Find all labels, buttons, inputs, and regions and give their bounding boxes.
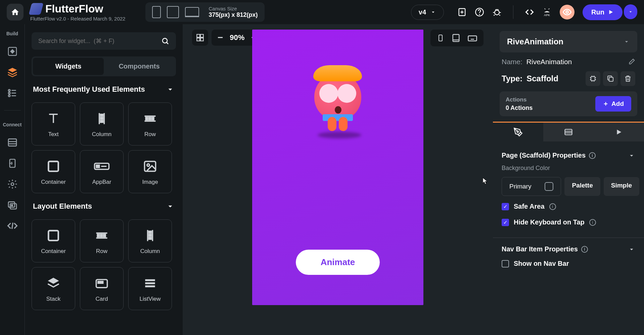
sidebar-widget-tree-icon[interactable] — [7, 46, 18, 57]
sidebar-layers-icon[interactable] — [7, 67, 18, 78]
widget-column-2[interactable]: Column — [128, 219, 172, 262]
tab-components[interactable]: Components — [104, 58, 175, 75]
svg-rect-69 — [468, 36, 477, 41]
run-more-button[interactable] — [624, 4, 637, 19]
phone-device-icon[interactable] — [152, 6, 161, 18]
canvas[interactable]: − 90% + Animate — [183, 24, 493, 335]
search-input[interactable] — [38, 38, 161, 45]
section-frequently-used[interactable]: Most Frequently Used Elements — [32, 83, 176, 96]
info-icon[interactable]: i — [549, 203, 556, 210]
svg-rect-34 — [100, 121, 103, 123]
add-page-icon[interactable] — [457, 7, 467, 17]
svg-rect-49 — [97, 234, 99, 237]
palette-button[interactable]: Palette — [564, 177, 600, 196]
widget-row-2[interactable]: Row — [80, 219, 124, 262]
sidebar-database-icon[interactable] — [7, 137, 18, 148]
phone-view-icon[interactable] — [436, 33, 445, 43]
widget-image[interactable]: Image — [128, 150, 172, 193]
svg-rect-67 — [453, 35, 459, 42]
svg-point-79 — [517, 131, 519, 133]
preview-button[interactable] — [560, 5, 574, 19]
widget-row[interactable]: Row — [128, 102, 172, 145]
svg-rect-51 — [104, 234, 106, 237]
zoom-out-button[interactable]: − — [218, 32, 223, 43]
primary-color-button[interactable]: Primary — [502, 177, 561, 196]
tab-widgets[interactable]: Widgets — [33, 58, 104, 75]
hide-keyboard-toggle[interactable]: ✓ Hide Keyboard on Tap i — [502, 217, 635, 227]
copy-button[interactable] — [603, 71, 618, 86]
property-tabs — [493, 122, 644, 141]
select-all-button[interactable] — [192, 30, 208, 46]
tablet-view-icon[interactable] — [451, 33, 461, 43]
svg-rect-23 — [10, 204, 16, 209]
tab-animation[interactable] — [594, 123, 644, 141]
sidebar-device-icon[interactable] — [7, 158, 18, 169]
svg-marker-83 — [617, 130, 622, 135]
sidebar-build-label: Build — [6, 31, 18, 36]
svg-point-11 — [8, 89, 10, 91]
sidebar-settings-icon[interactable] — [7, 178, 18, 190]
svg-rect-58 — [98, 282, 103, 284]
desktop-device-icon[interactable] — [185, 7, 199, 17]
phone-preview[interactable]: Animate — [252, 30, 423, 305]
sidebar-tree-icon[interactable] — [7, 87, 18, 99]
simple-button[interactable]: Simple — [604, 177, 639, 196]
keyboard-view-icon[interactable] — [467, 33, 477, 43]
scaffold-props-header[interactable]: Page (Scaffold) Propertiesi — [502, 152, 635, 159]
svg-point-26 — [163, 38, 167, 43]
version-dropdown[interactable]: v4 — [411, 5, 444, 20]
color-swatch — [545, 182, 553, 191]
info-icon[interactable]: i — [589, 219, 596, 226]
add-action-button[interactable]: Add — [595, 96, 631, 112]
svg-rect-64 — [197, 38, 200, 41]
chevron-down-icon — [623, 38, 630, 45]
actions-box: Actions 0 Actions Add — [500, 91, 637, 116]
eye-icon — [562, 7, 572, 17]
info-icon[interactable]: i — [589, 152, 596, 159]
chevron-down-icon — [628, 152, 635, 159]
svg-rect-55 — [149, 234, 151, 236]
svg-point-8 — [566, 11, 568, 13]
checkbox-icon: ✓ — [502, 203, 509, 210]
widget-column[interactable]: Column — [80, 102, 124, 145]
widget-card[interactable]: Card — [80, 267, 124, 310]
svg-point-12 — [8, 92, 10, 94]
run-button[interactable]: Run — [583, 4, 623, 20]
animate-button[interactable]: Animate — [296, 250, 380, 275]
show-navbar-toggle[interactable]: Show on Nav Bar — [502, 258, 635, 269]
home-button[interactable] — [7, 4, 24, 20]
element-header[interactable]: RiveAnimation — [500, 31, 637, 52]
help-icon[interactable] — [475, 7, 484, 17]
widget-container-2[interactable]: Container — [32, 219, 75, 262]
widget-listview[interactable]: ListView — [128, 267, 172, 310]
wrap-button[interactable] — [586, 71, 600, 86]
code-icon[interactable] — [525, 7, 534, 17]
widget-container[interactable]: Container — [32, 150, 75, 193]
svg-rect-80 — [565, 129, 572, 135]
svg-rect-44 — [145, 161, 156, 171]
android-icon[interactable]: APK — [542, 7, 552, 17]
svg-line-25 — [12, 223, 13, 229]
svg-rect-39 — [152, 117, 154, 120]
info-icon[interactable]: i — [581, 246, 588, 253]
tab-database[interactable] — [543, 123, 594, 141]
widget-search[interactable] — [32, 32, 176, 50]
widget-appbar[interactable]: AppBar — [80, 150, 124, 193]
tab-style[interactable] — [493, 123, 543, 141]
tablet-device-icon[interactable] — [167, 6, 179, 18]
widget-text[interactable]: Text — [32, 102, 75, 145]
section-layout[interactable]: Layout Elements — [32, 200, 176, 213]
bug-icon[interactable] — [492, 7, 502, 17]
navbar-props-header[interactable]: Nav Bar Item Propertiesi — [502, 245, 635, 253]
svg-point-6 — [546, 11, 546, 11]
type-row: Type: Scaffold — [500, 71, 637, 86]
sidebar-media-icon[interactable] — [7, 199, 18, 211]
safe-area-toggle[interactable]: ✓ Safe Area i — [502, 201, 635, 212]
canvas-size-label: Canvas Size — [209, 6, 258, 11]
svg-rect-33 — [100, 117, 103, 119]
sidebar-code-icon[interactable] — [7, 220, 18, 232]
svg-point-45 — [147, 164, 149, 166]
widget-stack[interactable]: Stack — [32, 267, 75, 310]
delete-button[interactable] — [620, 71, 635, 86]
edit-icon[interactable] — [628, 58, 635, 66]
